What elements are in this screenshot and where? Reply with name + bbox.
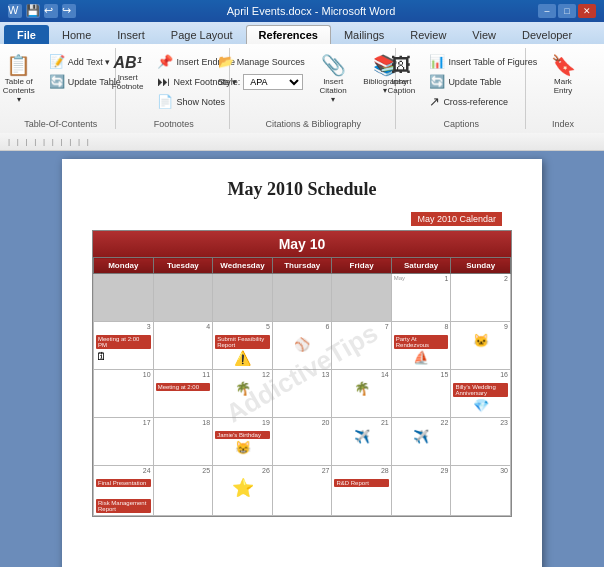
col-sunday: Sunday	[451, 258, 511, 274]
table-row: 1May	[391, 274, 451, 322]
quick-access-undo[interactable]: ↩	[44, 4, 58, 18]
table-row: 29	[391, 466, 451, 516]
tab-home[interactable]: Home	[49, 25, 104, 44]
tof-icon: 📊	[429, 54, 445, 69]
event-feasibility: Submit Feasibility Report	[215, 335, 270, 349]
calendar-label: May 2010 Calendar	[411, 212, 502, 226]
footnote-label: InsertFootnote	[112, 73, 144, 91]
table-row: 28 R&D Report	[332, 466, 391, 516]
tof-label: Insert Table of Figures	[448, 57, 537, 67]
group-citations: 📂 Manage Sources Style: APA MLA Chicago …	[232, 48, 396, 129]
palm2-icon: 🌴	[334, 381, 388, 396]
style-select-row: Style: APA MLA Chicago	[214, 72, 309, 92]
update-caption-label: Update Table	[448, 77, 501, 87]
citation-icon: 📎	[321, 55, 346, 75]
tab-view[interactable]: View	[459, 25, 509, 44]
table-row: 2	[451, 274, 511, 322]
col-saturday: Saturday	[391, 258, 451, 274]
baseball-icon: ⚾	[275, 337, 330, 352]
add-text-label: Add Text ▾	[68, 57, 110, 67]
table-row: 11 Meeting at 2:00	[153, 370, 212, 418]
update-caption-icon: 🔄	[429, 74, 445, 89]
insert-citation-button[interactable]: 📎 InsertCitation ▾	[313, 52, 354, 107]
diamond-icon: 💎	[453, 398, 508, 413]
update-caption-table-button[interactable]: 🔄 Update Table	[425, 72, 541, 91]
title-bar: W 💾 ↩ ↪ April Events.docx - Microsoft Wo…	[0, 0, 604, 22]
window-title: April Events.docx - Microsoft Word	[84, 5, 538, 17]
event-birthday: Jamie's Birthday	[215, 431, 270, 439]
minimize-button[interactable]: –	[538, 4, 556, 18]
toc-label: Table ofContents ▾	[3, 77, 35, 104]
document-title: May 2010 Schedule	[92, 179, 512, 200]
col-tuesday: Tuesday	[153, 258, 212, 274]
quick-access-redo[interactable]: ↪	[62, 4, 76, 18]
table-row: 15	[391, 370, 451, 418]
table-row	[332, 274, 391, 322]
table-row: 14 🌴	[332, 370, 391, 418]
table-row	[153, 274, 212, 322]
insert-footnote-button[interactable]: AB¹ InsertFootnote	[106, 52, 150, 94]
tab-references[interactable]: References	[246, 25, 331, 44]
tab-file[interactable]: File	[4, 25, 49, 44]
table-row: 23	[451, 418, 511, 466]
cross-ref-label: Cross-reference	[443, 97, 508, 107]
style-label: Style:	[218, 77, 241, 87]
tab-developer[interactable]: Developer	[509, 25, 585, 44]
next-footnote-icon: ⏭	[157, 74, 170, 89]
col-friday: Friday	[332, 258, 391, 274]
table-row: 26 ⭐	[213, 466, 273, 516]
citations-small-top: 📂 Manage Sources Style: APA MLA Chicago	[214, 52, 309, 92]
event-risk: Risk Management Report	[96, 499, 151, 513]
footnote-icon: AB¹	[113, 55, 141, 71]
tab-page-layout[interactable]: Page Layout	[158, 25, 246, 44]
tab-insert[interactable]: Insert	[104, 25, 158, 44]
window-controls: – □ ✕	[538, 4, 596, 18]
close-button[interactable]: ✕	[578, 4, 596, 18]
table-row: 21 ✈️	[332, 418, 391, 466]
table-row: 20	[272, 418, 332, 466]
tab-mailings[interactable]: Mailings	[331, 25, 397, 44]
style-dropdown[interactable]: APA MLA Chicago	[243, 74, 303, 90]
citations-group-label: Citations & Bibliography	[265, 115, 361, 129]
mark-entry-button[interactable]: 🔖 MarkEntry	[543, 52, 583, 98]
table-row	[94, 274, 154, 322]
palm-icon: 🌴	[215, 381, 270, 396]
calendar-header-row: Monday Tuesday Wednesday Thursday Friday…	[94, 258, 511, 274]
table-row: 24 Final Presentation Risk Management Re…	[94, 466, 154, 516]
col-monday: Monday	[94, 258, 154, 274]
table-row: 18	[153, 418, 212, 466]
boat-icon: ⛵	[394, 350, 449, 365]
event-meeting2: Meeting at 2:00	[156, 383, 210, 391]
title-bar-icons: W 💾 ↩ ↪	[8, 4, 76, 18]
calendar-container: May 10 Monday Tuesday Wednesday Thursday…	[92, 230, 512, 517]
calendar-week-4: 17 18 19 Jamie's Birthday 😸 20 21 ✈️	[94, 418, 511, 466]
quick-access-save[interactable]: 💾	[26, 4, 40, 18]
table-row: 19 Jamie's Birthday 😸	[213, 418, 273, 466]
maximize-button[interactable]: □	[558, 4, 576, 18]
tab-review[interactable]: Review	[397, 25, 459, 44]
table-row: 27	[272, 466, 332, 516]
document-area: May 2010 Schedule May 2010 Calendar May …	[0, 151, 604, 567]
table-row: 22 ✈️	[391, 418, 451, 466]
table-row: 4	[153, 322, 212, 370]
manage-sources-label: Manage Sources	[237, 57, 305, 67]
insert-table-of-figures-button[interactable]: 📊 Insert Table of Figures	[425, 52, 541, 71]
manage-sources-icon: 📂	[218, 54, 234, 69]
group-index: 🔖 MarkEntry Index	[528, 48, 598, 129]
event-rd: R&D Report	[334, 479, 388, 487]
cross-reference-button[interactable]: ↗ Cross-reference	[425, 92, 541, 111]
insert-caption-button[interactable]: 🖼 InsertCaption	[381, 52, 421, 98]
captions-group-content: 🖼 InsertCaption 📊 Insert Table of Figure…	[381, 48, 541, 115]
caption-icon: 🖼	[391, 55, 411, 75]
table-of-contents-button[interactable]: 📋 Table ofContents ▾	[0, 52, 41, 107]
manage-sources-button[interactable]: 📂 Manage Sources	[214, 52, 309, 71]
table-row: 3 Meeting at 2:00 PM 🗓	[94, 322, 154, 370]
ruler-marks: | | | | | | | | | |	[8, 137, 89, 146]
calendar-week-1: 1May 2	[94, 274, 511, 322]
calendar-header: May 10	[93, 231, 511, 257]
table-row: 30	[451, 466, 511, 516]
table-row: 10	[94, 370, 154, 418]
cross-ref-icon: ↗	[429, 94, 440, 109]
captions-small-buttons: 📊 Insert Table of Figures 🔄 Update Table…	[425, 52, 541, 111]
table-row: 16 Billy's Wedding Anniversary 💎	[451, 370, 511, 418]
